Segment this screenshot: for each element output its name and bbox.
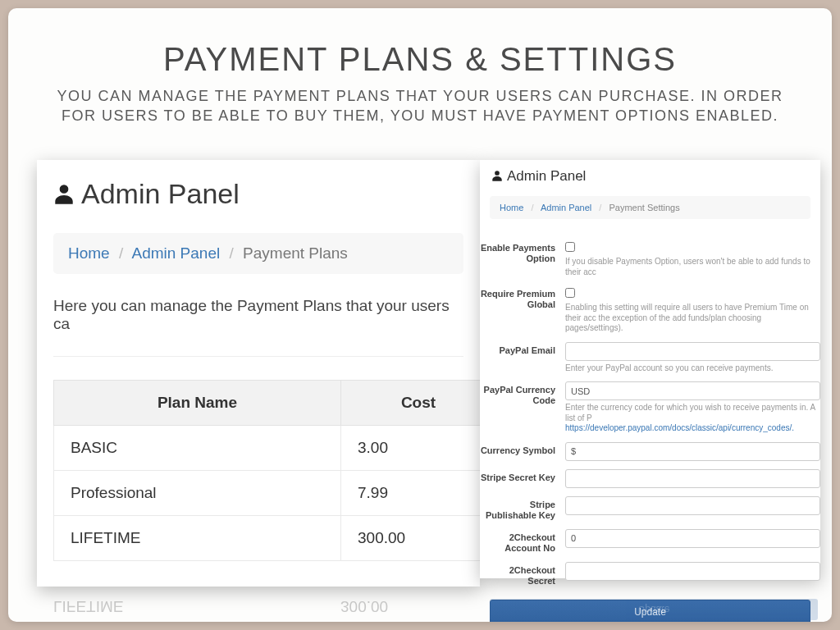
stripe-publishable-input[interactable] [565,496,820,515]
plan-name-cell: BASIC [54,426,341,471]
breadcrumb-current: Payment Plans [243,244,348,262]
user-icon [53,182,75,207]
label-2checkout-account: 2Checkout Account No [480,529,565,554]
page-title: PAYMENT PLANS & SETTINGS [8,41,832,78]
label-currency-symbol: Currency Symbol [480,442,565,456]
paypal-email-input[interactable] [565,342,820,361]
enable-payments-checkbox[interactable] [565,242,575,252]
breadcrumb-separator: / [225,244,239,262]
breadcrumb: Home / Admin Panel / Payment Plans [53,233,463,274]
page-card: PAYMENT PLANS & SETTINGS YOU CAN MANAGE … [8,8,832,622]
payment-plans-panel: Admin Panel Home / Admin Panel / Payment… [37,160,480,587]
stripe-secret-input[interactable] [565,469,820,488]
update-button[interactable]: Update [490,600,810,622]
paypal-currency-docs-link[interactable]: https://developer.paypal.com/docs/classi… [565,423,794,432]
table-row[interactable]: BASIC 3.00 [54,426,496,471]
label-paypal-currency: PayPal Currency Code [480,381,565,406]
plan-cost-cell: 300.00 [341,516,496,561]
breadcrumb-admin-panel[interactable]: Admin Panel [131,244,220,262]
label-2checkout-secret: 2Checkout Secret [480,562,565,587]
payment-settings-panel: Admin Panel Home / Admin Panel / Payment… [480,160,820,578]
2checkout-secret-input[interactable] [565,562,820,581]
2checkout-account-input[interactable] [565,529,820,548]
reflection-left: LIFETIME 300.00 [37,591,480,622]
breadcrumb: Home / Admin Panel / Payment Settings [490,196,810,219]
currency-symbol-input[interactable] [565,442,820,461]
label-enable-payments: Enable Payments Option [480,240,565,264]
help-enable-payments: If you disable Payments Option, users wo… [565,257,820,277]
help-paypal-currency: Enter the currency code for which you wi… [565,403,820,434]
col-plan-name: Plan Name [54,381,341,426]
plan-name-cell: LIFETIME [54,516,341,561]
table-row[interactable]: LIFETIME 300.00 [54,516,496,561]
table-header-row: Plan Name Cost [54,381,496,426]
label-stripe-secret: Stripe Secret Key [480,469,565,483]
help-paypal-email: Enter your PayPal account so you can rec… [565,363,820,374]
label-require-premium: Require Premium Global [480,285,565,310]
admin-panel-heading: Admin Panel [37,160,480,225]
breadcrumb-home[interactable]: Home [68,244,110,262]
col-cost: Cost [341,381,496,426]
breadcrumb-separator: / [526,203,538,212]
label-stripe-publishable: Stripe Publishable Key [480,496,565,521]
table-row[interactable]: Professional 7.99 [54,471,496,516]
breadcrumb-home[interactable]: Home [500,203,523,212]
payment-plans-intro: Here you can manage the Payment Plans th… [53,297,463,333]
user-icon [491,170,503,183]
breadcrumb-current: Payment Settings [609,203,679,212]
plan-cost-cell: 7.99 [341,471,496,516]
admin-panel-heading-small: Admin Panel [480,160,820,193]
help-require-premium: Enabling this setting will require all u… [565,303,820,334]
breadcrumb-admin-panel[interactable]: Admin Panel [541,203,591,212]
plan-name-cell: Professional [54,471,341,516]
breadcrumb-separator: / [594,203,606,212]
plans-table: Plan Name Cost BASIC 3.00 Professional 7… [53,380,496,561]
page-subtitle: YOU CAN MANAGE THE PAYMENT PLANS THAT YO… [49,86,791,126]
paypal-currency-input[interactable] [565,381,820,400]
admin-panel-heading-text: Admin Panel [81,178,240,210]
admin-panel-heading-small-text: Admin Panel [507,168,586,185]
settings-form: Enable Payments Option If you disable Pa… [480,237,820,590]
label-paypal-email: PayPal Email [480,342,565,356]
require-premium-checkbox[interactable] [565,288,575,298]
breadcrumb-separator: / [114,244,128,262]
divider [53,356,463,357]
plan-cost-cell: 3.00 [341,426,496,471]
